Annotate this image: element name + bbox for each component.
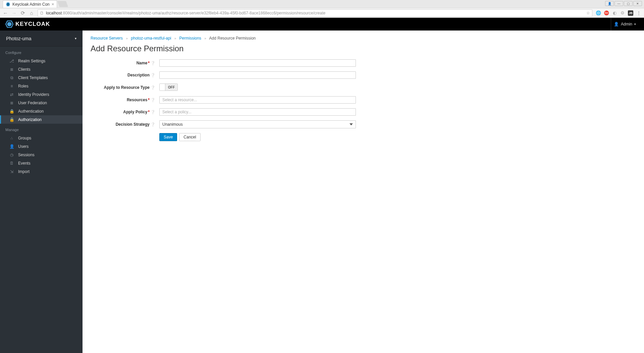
close-window-button[interactable]: ✕ [633,1,642,6]
breadcrumb-sep: » [204,37,206,40]
svg-marker-3 [7,22,12,26]
breadcrumb-current: Add Resource Permission [209,36,256,41]
user-icon-button[interactable]: 👤 [605,1,614,6]
new-tab-button[interactable] [57,1,68,7]
sidebar-item-import[interactable]: ⇲ Import [0,167,83,176]
breadcrumb-link-resource-servers[interactable]: Resource Servers [91,36,123,41]
apply-policy-input[interactable] [159,108,356,116]
group-icon: ⛬ [9,136,14,140]
sidebar-item-events[interactable]: 🗓 Events [0,159,83,167]
chevron-down-icon: ▾ [75,37,76,40]
help-icon[interactable]: ❔ [151,61,155,65]
sidebar-item-label: Authorization [18,117,42,122]
database-icon: ≣ [9,101,14,105]
browser-chrome: 👤 — ▢ ✕ Keycloak Admin Con × ← → ⟳ ⌂ 🗋 l… [0,0,644,18]
name-input[interactable] [159,59,356,67]
exchange-icon: ⇄ [9,92,14,97]
app-header: KEYCLOAK 👤 Admin ▾ [0,18,644,31]
main-content: Resource Servers » photoz-uma-restful-ap… [83,31,644,353]
extension-icon[interactable]: JB [628,10,633,16]
reload-icon[interactable]: ⟳ [20,10,25,16]
cancel-button[interactable]: Cancel [179,133,200,141]
lock-icon: 🔒 [9,117,14,122]
sidebar-item-sessions[interactable]: ◷ Sessions [0,151,83,159]
url-bar[interactable]: 🗋 localhost:8080/auth/admin/master/conso… [38,9,592,17]
name-label: Name*❔ [91,61,159,65]
minimize-button[interactable]: — [614,1,623,6]
sidebar-item-label: Users [18,144,29,149]
sidebar: Photoz-uma ▾ Configure ⎇ Realm Settings … [0,31,83,353]
page-title: Add Resource Permission [91,44,636,53]
site-info-icon[interactable]: 🗋 [40,11,44,15]
url-path: :8080/auth/admin/master/console/#/realms… [62,11,325,15]
sidebar-item-client-templates[interactable]: ⧉ Client Templates [0,73,83,82]
bookmark-star-icon[interactable]: ☆ [586,11,590,15]
breadcrumb-link-permissions[interactable]: Permissions [179,36,201,41]
breadcrumb-sep: » [174,37,176,40]
section-title-manage: Manage [0,124,83,134]
extension-icons: 🌐 ⛔ ◐ ⚙ JB ⋮ [596,10,641,16]
switch-off-label: OFF [165,84,177,91]
sidebar-item-user-federation[interactable]: ≣ User Federation [0,99,83,107]
layers-icon: ≣ [9,67,14,72]
sidebar-item-authorization[interactable]: 🔒 Authorization [0,115,83,124]
maximize-button[interactable]: ▢ [624,1,633,6]
resources-input[interactable] [159,96,356,104]
realm-selector[interactable]: Photoz-uma ▾ [0,31,83,47]
home-icon[interactable]: ⌂ [29,10,34,16]
sidebar-item-label: Sessions [18,153,35,157]
description-label: Description❔ [91,73,159,77]
import-icon: ⇲ [9,169,14,174]
apply-resource-type-switch[interactable]: OFF [159,83,178,91]
browser-toolbar: ← → ⟳ ⌂ 🗋 localhost:8080/auth/admin/mast… [0,8,644,17]
brand-logo[interactable]: KEYCLOAK [5,20,50,28]
browser-tab[interactable]: Keycloak Admin Con × [3,0,57,8]
sidebar-item-label: User Federation [18,101,47,105]
calendar-icon: 🗓 [9,161,14,166]
decision-strategy-select[interactable]: Unanimous [159,120,356,128]
sidebar-item-users[interactable]: 👤 Users [0,142,83,151]
sidebar-item-label: Realm Settings [18,59,45,63]
tab-title: Keycloak Admin Con [12,2,50,7]
back-icon[interactable]: ← [3,10,8,16]
permission-form: Name*❔ Description❔ Apply to Resource Ty… [91,59,392,141]
tab-close-icon[interactable]: × [52,2,54,7]
translate-icon[interactable]: 🌐 [596,10,601,16]
brand-text: KEYCLOAK [15,21,50,27]
help-icon[interactable]: ❔ [151,85,155,90]
breadcrumb-link-client[interactable]: photoz-uma-restful-api [131,36,171,41]
sidebar-item-identity-providers[interactable]: ⇄ Identity Providers [0,90,83,99]
user-menu[interactable]: 👤 Admin ▾ [611,18,639,31]
sidebar-item-label: Roles [18,84,29,89]
templates-icon: ⧉ [9,75,14,80]
help-icon[interactable]: ❔ [151,73,155,77]
sidebar-item-authentication[interactable]: 🔒 Authentication [0,107,83,115]
decision-strategy-label: Decision Strategy❔ [91,122,159,127]
user-name: Admin [621,22,632,26]
description-input[interactable] [159,71,356,79]
section-title-configure: Configure [0,47,83,57]
realm-name: Photoz-uma [6,36,31,41]
extension-icon[interactable]: ◐ [612,10,617,16]
sidebar-item-roles[interactable]: ≡ Roles [0,82,83,90]
save-button[interactable]: Save [159,133,177,141]
sidebar-item-clients[interactable]: ≣ Clients [0,65,83,73]
help-icon[interactable]: ❔ [151,98,155,102]
menu-icon[interactable]: ⋮ [636,10,641,16]
list-icon: ≡ [9,84,14,89]
sidebar-item-groups[interactable]: ⛬ Groups [0,134,83,142]
resources-label: Resources*❔ [91,98,159,102]
lock-icon: 🔒 [9,109,14,114]
help-icon[interactable]: ❔ [151,122,155,126]
help-icon[interactable]: ❔ [151,110,155,114]
sidebar-item-label: Import [18,169,30,174]
sidebar-item-label: Authentication [18,109,44,114]
sidebar-item-label: Events [18,161,31,166]
sliders-icon: ⎇ [9,59,14,63]
user-icon: 👤 [614,22,619,26]
sidebar-item-realm-settings[interactable]: ⎇ Realm Settings [0,57,83,65]
sidebar-item-label: Identity Providers [18,92,49,97]
sidebar-item-label: Client Templates [18,75,48,80]
ublock-icon[interactable]: ⛔ [604,10,609,16]
extension-icon[interactable]: ⚙ [620,10,625,16]
